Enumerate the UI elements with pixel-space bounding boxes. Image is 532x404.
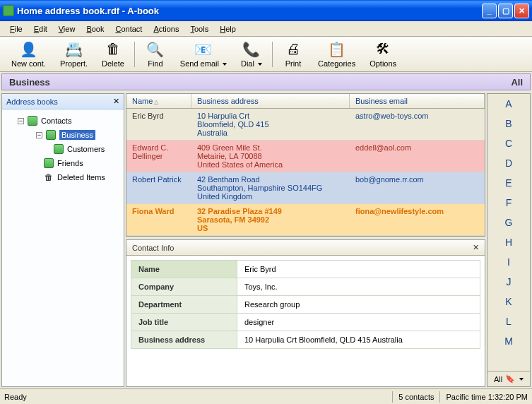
properties-button[interactable]: 📇Propert. bbox=[53, 40, 95, 69]
contact-info-body[interactable]: NameEric Byrd CompanyToys, Inc. Departme… bbox=[126, 256, 485, 386]
info-busaddr-value: 10 Harpulia Crt Bloomfield, QLD 415 Aust… bbox=[237, 331, 480, 349]
options-button[interactable]: 🛠Options bbox=[362, 40, 403, 69]
info-name-value: Eric Byrd bbox=[237, 261, 480, 278]
menu-file[interactable]: File bbox=[4, 23, 28, 35]
sidebar-close-icon[interactable]: ✕ bbox=[113, 97, 119, 106]
filter-icon[interactable]: 🔖 bbox=[505, 374, 515, 384]
delete-button[interactable]: 🗑Delete bbox=[95, 40, 131, 69]
chevron-down-icon[interactable] bbox=[519, 378, 524, 381]
alpha-i[interactable]: I bbox=[487, 252, 530, 272]
menu-view[interactable]: View bbox=[53, 23, 81, 35]
alpha-b[interactable]: B bbox=[487, 114, 530, 133]
trash-icon: 🗑 bbox=[105, 41, 122, 58]
titlebar[interactable]: Home address book.rdf - A-book _ ▢ ✕ bbox=[0, 0, 532, 21]
status-ready: Ready bbox=[4, 393, 27, 401]
tree-customers[interactable]: Customers bbox=[5, 142, 121, 156]
card-icon: 📇 bbox=[65, 41, 82, 58]
mail-icon: 📧 bbox=[195, 41, 212, 58]
table-header: Name△ Business address Business email bbox=[126, 94, 485, 109]
info-name-label: Name bbox=[131, 261, 237, 278]
menu-help[interactable]: Help bbox=[214, 23, 242, 35]
contacts-table: Name△ Business address Business email Er… bbox=[126, 93, 485, 237]
info-department-label: Department bbox=[131, 296, 237, 314]
alpha-d[interactable]: D bbox=[487, 153, 530, 173]
sidebar-header: Address books ✕ bbox=[2, 94, 124, 109]
info-company-label: Company bbox=[131, 278, 237, 296]
table-row[interactable]: Fiona Ward 32 Paradise Plaza #149Sarasot… bbox=[126, 204, 485, 236]
printer-icon: 🖨 bbox=[285, 41, 302, 58]
tree-friends[interactable]: Friends bbox=[5, 156, 121, 170]
status-time: Pacific time 1:32:20 PM bbox=[446, 393, 528, 401]
send-email-button[interactable]: 📧Send email bbox=[173, 40, 234, 69]
table-row[interactable]: Eric Byrd 10 Harpulia CrtBloomfield, QLD… bbox=[126, 109, 485, 141]
tree-business[interactable]: − Business bbox=[5, 128, 121, 142]
app-icon bbox=[3, 5, 14, 16]
find-button[interactable]: 🔍Find bbox=[138, 40, 173, 69]
info-busaddr-label: Business address bbox=[131, 331, 237, 349]
alpha-g[interactable]: G bbox=[487, 213, 530, 232]
maximize-button[interactable]: ▢ bbox=[498, 4, 513, 18]
separator bbox=[272, 42, 273, 67]
alpha-a[interactable]: A bbox=[487, 94, 530, 114]
menu-edit[interactable]: Edit bbox=[28, 23, 53, 35]
alpha-all[interactable]: All bbox=[494, 375, 502, 384]
alpha-c[interactable]: C bbox=[487, 133, 530, 153]
alpha-k[interactable]: K bbox=[487, 292, 530, 311]
info-jobtitle-label: Job title bbox=[131, 314, 237, 331]
separator bbox=[134, 42, 135, 67]
tree-contacts[interactable]: − Contacts bbox=[5, 114, 121, 128]
col-email[interactable]: Business email bbox=[350, 94, 485, 108]
alpha-j[interactable]: J bbox=[487, 272, 530, 292]
book-icon bbox=[45, 129, 57, 141]
window-title: Home address book.rdf - A-book bbox=[17, 6, 482, 16]
table-row[interactable]: Edward C. Dellinger 409 Green Mile St.Me… bbox=[126, 141, 485, 172]
book-icon bbox=[43, 158, 54, 169]
alpha-f[interactable]: F bbox=[487, 193, 530, 213]
col-name[interactable]: Name△ bbox=[126, 94, 191, 108]
menu-book[interactable]: Book bbox=[81, 23, 110, 35]
chevron-down-icon bbox=[258, 63, 262, 66]
dial-button[interactable]: 📞Dial bbox=[234, 40, 269, 69]
search-icon: 🔍 bbox=[147, 41, 164, 58]
alpha-m[interactable]: M bbox=[487, 331, 530, 351]
info-jobtitle-value: designer bbox=[237, 314, 480, 331]
alpha-l[interactable]: L bbox=[487, 311, 530, 331]
categories-button[interactable]: 📋Categories bbox=[311, 40, 362, 69]
current-category: Business bbox=[9, 77, 50, 88]
menu-contact[interactable]: Contact bbox=[110, 23, 148, 35]
contact-info-header: Contact Info ✕ bbox=[126, 240, 485, 256]
tools-icon: 🛠 bbox=[374, 41, 391, 58]
window-close-button[interactable]: ✕ bbox=[514, 4, 529, 18]
address-book-tree: − Contacts − Business Customers Friends … bbox=[2, 109, 124, 386]
contact-info-panel: Contact Info ✕ NameEric Byrd CompanyToys… bbox=[126, 239, 485, 387]
person-icon: 👤 bbox=[20, 41, 37, 58]
toolbar: 👤New cont. 📇Propert. 🗑Delete 🔍Find 📧Send… bbox=[0, 37, 532, 72]
col-address[interactable]: Business address bbox=[191, 94, 350, 108]
status-count: 5 contacts bbox=[398, 393, 434, 401]
trash-icon bbox=[43, 172, 54, 183]
alpha-h[interactable]: H bbox=[487, 232, 530, 252]
statusbar: Ready 5 contacts Pacific time 1:32:20 PM bbox=[0, 388, 532, 404]
menu-actions[interactable]: Actions bbox=[148, 23, 184, 35]
minimize-button[interactable]: _ bbox=[482, 4, 497, 18]
new-contact-button[interactable]: 👤New cont. bbox=[4, 40, 53, 69]
collapse-icon[interactable]: − bbox=[18, 118, 24, 124]
alpha-e[interactable]: E bbox=[487, 173, 530, 193]
table-row[interactable]: Robert Patrick 42 Bentham RoadSouthampto… bbox=[126, 172, 485, 204]
phone-icon: 📞 bbox=[243, 41, 260, 58]
filter-all[interactable]: All bbox=[511, 77, 523, 88]
list-icon: 📋 bbox=[329, 41, 345, 58]
category-header: Business All bbox=[1, 73, 531, 90]
contact-info-title: Contact Info bbox=[132, 244, 174, 252]
book-icon bbox=[27, 115, 38, 126]
tree-deleted[interactable]: Deleted Items bbox=[5, 170, 121, 184]
alpha-index: A B C D E F G H I J K L M All 🔖 bbox=[487, 93, 531, 387]
print-button[interactable]: 🖨Print bbox=[276, 40, 311, 69]
menubar: File Edit View Book Contact Actions Tool… bbox=[0, 21, 532, 37]
book-icon bbox=[53, 143, 64, 155]
panel-close-icon[interactable]: ✕ bbox=[473, 243, 479, 252]
sidebar-title: Address books bbox=[6, 97, 58, 106]
collapse-icon[interactable]: − bbox=[36, 132, 42, 138]
menu-tools[interactable]: Tools bbox=[184, 23, 214, 35]
sort-asc-icon: △ bbox=[154, 99, 158, 105]
